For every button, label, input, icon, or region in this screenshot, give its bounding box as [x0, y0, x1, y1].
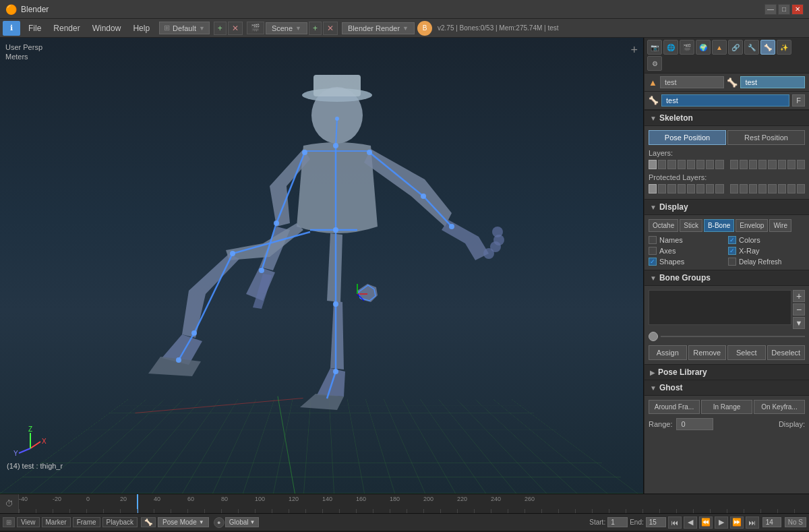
- assign-button[interactable]: Assign: [649, 345, 687, 360]
- viewport-3d[interactable]: User Persp Meters +: [0, 38, 644, 494]
- viewport-plus-icon[interactable]: +: [630, 43, 638, 57]
- layer-btn-9[interactable]: [730, 160, 738, 169]
- prot-layer-btn-7[interactable]: [706, 184, 714, 194]
- layer-btn-10[interactable]: [740, 160, 748, 169]
- layer-btn-4[interactable]: [678, 160, 686, 169]
- menu-file[interactable]: File: [23, 22, 47, 34]
- prot-layer-btn-2[interactable]: [658, 184, 666, 194]
- layer-btn-7[interactable]: [706, 160, 714, 169]
- in-range-button[interactable]: In Range: [701, 400, 752, 414]
- playback-menu[interactable]: Playback: [102, 517, 138, 527]
- frame-menu[interactable]: Frame: [73, 517, 100, 527]
- envelop-button[interactable]: Envelop: [736, 219, 768, 232]
- axes-checkbox[interactable]: [649, 247, 657, 255]
- colors-checkbox[interactable]: ✓: [728, 236, 736, 244]
- prot-layer-btn-12[interactable]: [758, 184, 767, 194]
- add-bone-group-button[interactable]: +: [793, 290, 805, 302]
- prot-layer-btn-6[interactable]: [696, 184, 705, 194]
- layer-btn-12[interactable]: [758, 160, 767, 169]
- on-keyframe-button[interactable]: On Keyfra...: [754, 400, 805, 414]
- close-scene-button[interactable]: ✕: [323, 22, 338, 35]
- armature-selector-button[interactable]: test: [740, 76, 805, 88]
- fake-user-button[interactable]: F: [792, 94, 805, 107]
- layer-btn-13[interactable]: [768, 160, 776, 169]
- reverse-play-button[interactable]: ⏪: [699, 516, 713, 529]
- wire-button[interactable]: Wire: [769, 219, 791, 232]
- stick-button[interactable]: Stick: [680, 219, 702, 232]
- timeline[interactable]: ⏱ -40 -20 0 20 40 60 80 100 120 140 160 …: [0, 494, 809, 514]
- close-layout-button[interactable]: ✕: [228, 22, 243, 35]
- bone-group-list[interactable]: [649, 290, 791, 325]
- pose-mode-selector[interactable]: Pose Mode ▼: [158, 517, 209, 527]
- maximize-button[interactable]: □: [778, 4, 790, 15]
- layer-btn-2[interactable]: [658, 160, 666, 169]
- current-frame-input[interactable]: [762, 517, 781, 527]
- names-checkbox[interactable]: [649, 236, 657, 244]
- layer-btn-16[interactable]: [797, 160, 805, 169]
- prot-layer-btn-3[interactable]: [667, 184, 676, 194]
- remove-button[interactable]: Remove: [688, 345, 727, 360]
- layer-btn-11[interactable]: [749, 160, 757, 169]
- prot-layer-btn-13[interactable]: [768, 184, 776, 194]
- layer-btn-14[interactable]: [778, 160, 786, 169]
- minimize-button[interactable]: —: [765, 4, 777, 15]
- prot-layer-btn-10[interactable]: [740, 184, 748, 194]
- menu-help[interactable]: Help: [127, 22, 155, 34]
- around-frame-button[interactable]: Around Fra...: [649, 400, 700, 414]
- start-frame-input[interactable]: [607, 517, 628, 527]
- rest-position-button[interactable]: Rest Position: [727, 130, 805, 145]
- constraints-icon[interactable]: 🔗: [728, 40, 743, 55]
- close-button[interactable]: ✕: [791, 4, 804, 15]
- jump-to-start-button[interactable]: ⏮: [668, 516, 682, 529]
- object-selector-button[interactable]: test: [660, 76, 725, 88]
- move-bone-group-button[interactable]: ▼: [793, 317, 805, 329]
- data-icon[interactable]: 🦴: [760, 40, 775, 55]
- layer-btn-3[interactable]: [667, 160, 676, 169]
- skeleton-section-header[interactable]: ▼ Skeleton: [645, 110, 809, 126]
- prev-frame-button[interactable]: ◀: [684, 516, 697, 529]
- layer-btn-15[interactable]: [787, 160, 796, 169]
- pose-library-section-header[interactable]: ▶ Pose Library: [645, 364, 809, 380]
- world-icon[interactable]: 🌍: [696, 40, 711, 55]
- layout-selector[interactable]: ⊞ Default ▼: [159, 22, 210, 34]
- camera-icon[interactable]: 📷: [647, 40, 662, 55]
- next-frame-button[interactable]: ⏩: [730, 516, 744, 529]
- play-button[interactable]: ▶: [715, 516, 728, 529]
- range-input[interactable]: [676, 418, 713, 430]
- prot-layer-btn-9[interactable]: [730, 184, 738, 194]
- prot-layer-btn-15[interactable]: [787, 184, 796, 194]
- b-bone-button[interactable]: B-Bone: [704, 219, 734, 232]
- layer-btn-active[interactable]: [649, 160, 657, 169]
- timeline-area[interactable]: -40 -20 0 20 40 60 80 100 120 140 160 18…: [19, 494, 809, 513]
- object-icon[interactable]: ▲: [712, 40, 727, 55]
- timeline-icon[interactable]: ⏱: [0, 494, 19, 513]
- global-selector[interactable]: Global ▼: [225, 517, 260, 527]
- armature-name-input[interactable]: [661, 94, 789, 107]
- prot-layer-btn-active[interactable]: [649, 184, 657, 194]
- menu-window[interactable]: Window: [87, 22, 127, 34]
- jump-to-end-button[interactable]: ⏭: [746, 516, 759, 529]
- render-icon[interactable]: 🌐: [663, 40, 678, 55]
- marker-menu[interactable]: Marker: [42, 517, 71, 527]
- xray-checkbox[interactable]: ✓: [728, 247, 736, 255]
- layer-btn-6[interactable]: [696, 160, 705, 169]
- info-icon[interactable]: ℹ: [3, 21, 20, 36]
- mode-selector-bottom[interactable]: 🦴: [141, 517, 156, 527]
- prot-layer-btn-8[interactable]: [715, 184, 723, 194]
- delay-refresh-checkbox[interactable]: [728, 258, 736, 266]
- shapes-checkbox[interactable]: ✓: [649, 258, 657, 266]
- prot-layer-btn-4[interactable]: [678, 184, 686, 194]
- render-engine-selector[interactable]: Blender Render ▼: [342, 22, 415, 34]
- particles-icon[interactable]: ✨: [777, 40, 791, 55]
- bone-groups-section-header[interactable]: ▼ Bone Groups: [645, 270, 809, 286]
- menu-render[interactable]: Render: [48, 22, 85, 34]
- scene-selector[interactable]: Scene ▼: [266, 22, 307, 34]
- add-layout-button[interactable]: +: [214, 22, 227, 35]
- modifiers-icon[interactable]: 🔧: [744, 40, 759, 55]
- prot-layer-btn-11[interactable]: [749, 184, 757, 194]
- end-frame-input[interactable]: [646, 517, 666, 527]
- select-button[interactable]: Select: [727, 345, 766, 360]
- view-menu-bottom[interactable]: View: [17, 517, 40, 527]
- layer-btn-8[interactable]: [715, 160, 723, 169]
- ghost-section-header[interactable]: ▼ Ghost: [645, 380, 809, 396]
